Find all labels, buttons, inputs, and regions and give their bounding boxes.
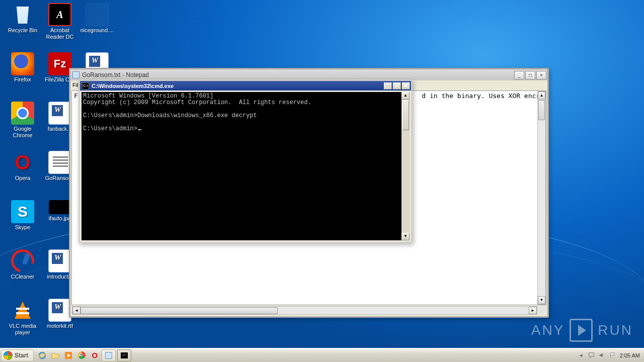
desktop-icon-vlc[interactable]: VLC media player [4,297,41,346]
ifauto-icon [49,200,71,214]
watermark: ANY RUN [531,319,633,342]
notepad-vscrollbar[interactable]: ▲ ▼ [537,91,546,305]
icon-label: ifauto.jpg [49,215,71,222]
cmd-vscrollbar[interactable]: ▲ ▼ [401,92,410,240]
desktop-icon-opera[interactable]: OOpera [4,149,41,198]
chrome-icon[interactable] [76,350,87,361]
niceground-icon [86,3,109,26]
notepad-icon [72,71,79,78]
close-button[interactable]: × [536,71,546,79]
notepad-title: GoRansom.txt - Notepad [82,71,149,78]
icon-label: Skype [15,224,31,231]
icon-label: VLC media player [5,323,41,335]
icon-label: Opera [15,175,31,182]
acrobat-icon: A [48,3,71,26]
task-cmd[interactable]: C:\ [117,349,131,361]
windows-orb-icon [4,351,13,360]
introductio-icon [48,249,71,273]
scroll-thumb-v[interactable] [538,100,545,120]
quick-launch: O [37,350,100,361]
play-icon [570,319,593,342]
chrome-icon [11,102,34,125]
scroll-down-button[interactable]: ▼ [401,233,410,240]
notepad-hscrollbar[interactable]: ◄ ► [72,306,537,315]
motorkit-icon [48,299,71,322]
action-center-icon[interactable] [588,352,595,359]
start-button[interactable]: Start [1,349,34,361]
icon-label: Acrobat Reader DC [42,27,78,40]
scroll-down-button[interactable]: ▼ [538,296,545,304]
cmd-console[interactable]: Microsoft Windows [Version 6.1.7601] Cop… [82,92,410,240]
desktop-icon-skype[interactable]: SSkype [4,198,41,247]
ccleaner-icon [11,249,34,273]
scroll-thumb[interactable] [402,100,409,130]
clock[interactable]: 2:05 AM [620,352,640,358]
icon-label: Google Chrome [5,126,41,138]
desktop-icon-ccleaner[interactable]: CCleaner [4,247,41,297]
opera-icon: O [11,151,34,174]
ie-icon[interactable] [37,350,48,361]
firefox-icon [11,52,34,75]
svg-rect-3 [589,353,594,356]
tray-expand-icon[interactable]: ◂ [578,352,585,359]
scroll-left-button[interactable]: ◄ [72,307,80,314]
media-player-icon[interactable] [63,350,74,361]
cmd-titlebar[interactable]: C:\ C:\Windows\system32\cmd.exe _ □ × [80,81,411,90]
vlc-icon [11,299,34,322]
maximize-button[interactable]: □ [393,82,401,89]
flag-icon[interactable] [609,352,616,359]
scroll-up-button[interactable]: ▲ [401,92,410,100]
desktop[interactable]: Recycle BinAAcrobat Reader DCniceground.… [0,0,644,362]
notepad-text-right: d in the binary. Uses XOR encry [422,92,544,100]
desktop-icon-recycle-bin[interactable]: Recycle Bin [4,1,41,50]
icon-label: fanback.rt [48,126,72,132]
filezilla-icon: Fz [48,52,71,75]
desktop-icon-niceground[interactable]: niceground.... [78,1,116,50]
goransom-icon [48,151,71,174]
maximize-button[interactable]: □ [525,71,535,79]
minimize-button[interactable]: _ [384,82,392,89]
desktop-icon-chrome[interactable]: Google Chrome [4,100,41,149]
icon-label: Firefox [14,76,31,83]
recycle-bin-icon [11,3,34,26]
resize-grip[interactable] [537,306,546,315]
skype-icon: S [11,200,34,223]
explorer-icon[interactable] [50,350,61,361]
scroll-thumb-h[interactable] [80,307,278,314]
fanback-icon [48,102,71,125]
opera-icon[interactable]: O [89,350,100,361]
desktop-icon-firefox[interactable]: Firefox [4,50,41,100]
icon-label: CCleaner [11,274,34,280]
scroll-up-button[interactable]: ▲ [538,92,545,100]
icon-label: motorkit.rtf [47,323,73,329]
taskbar[interactable]: Start O C:\ ◂ 2:05 AM [0,348,644,362]
desktop-icon-acrobat[interactable]: AAcrobat Reader DC [41,1,78,50]
system-tray[interactable]: ◂ 2:05 AM [578,352,644,359]
cmd-window[interactable]: C:\ C:\Windows\system32\cmd.exe _ □ × Mi… [78,79,413,243]
start-label: Start [15,352,28,359]
task-notepad[interactable] [102,349,116,361]
scroll-right-button[interactable]: ► [529,307,537,314]
minimize-button[interactable]: _ [514,71,524,79]
close-button[interactable]: × [402,82,410,89]
icon-label: Recycle Bin [8,27,37,34]
icon-label: niceground.... [80,27,114,34]
watermark-text: RUN [598,322,633,338]
volume-icon[interactable] [599,352,606,359]
watermark-text: ANY [531,322,565,338]
cmd-title: C:\Windows\system32\cmd.exe [92,83,174,89]
cmd-icon: C:\ [82,82,89,89]
notepad-titlebar[interactable]: GoRansom.txt - Notepad _ □ × [70,69,547,80]
